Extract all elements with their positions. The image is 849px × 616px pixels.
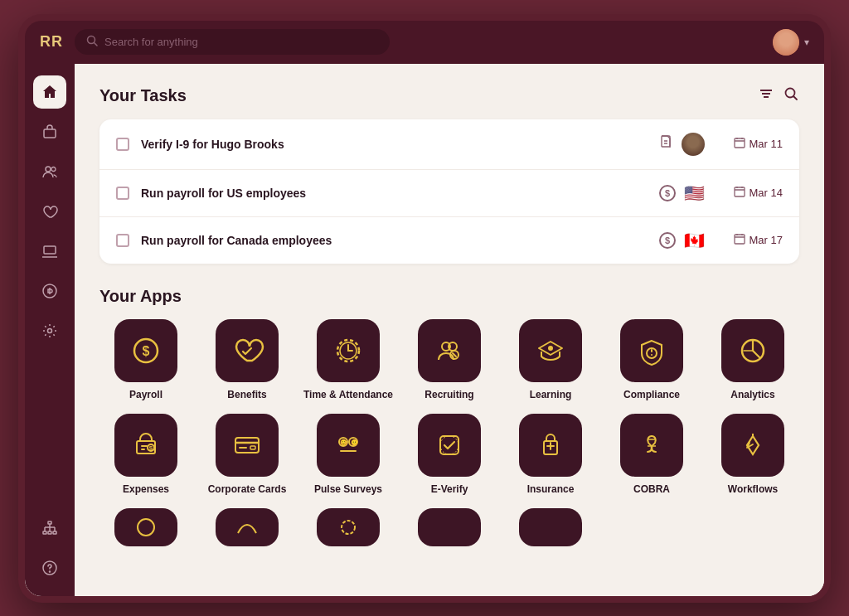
everify-icon	[418, 414, 481, 477]
svg-point-68	[440, 436, 458, 454]
task-meta-3: $ 🇨🇦	[659, 230, 705, 250]
tasks-search-button[interactable]	[783, 85, 799, 106]
app-expenses[interactable]: $ Expenses	[99, 414, 192, 495]
app-compliance[interactable]: Compliance	[605, 319, 698, 400]
app-insurance[interactable]: Insurance	[504, 414, 597, 495]
svg-point-22	[786, 88, 795, 97]
time-icon	[317, 319, 380, 382]
task-row: Run payroll for US employees $ 🇺🇸	[99, 170, 799, 217]
recruiting-label: Recruiting	[424, 389, 473, 400]
app-partial-5[interactable]	[504, 508, 597, 546]
apps-title: Your Apps	[99, 287, 182, 306]
search-bar-container[interactable]	[75, 29, 390, 55]
svg-rect-58	[235, 438, 259, 453]
app-surveys[interactable]: 😊 😐 Pulse Surveys	[302, 414, 395, 495]
app-benefits[interactable]: Benefits	[201, 319, 294, 400]
cobra-icon	[620, 414, 683, 477]
app-analytics[interactable]: Analytics	[706, 319, 799, 400]
task-date-2: Mar 14	[716, 186, 783, 200]
svg-point-73	[138, 519, 154, 536]
app-partial-2[interactable]	[201, 508, 294, 546]
workflows-icon	[721, 414, 784, 477]
svg-rect-35	[735, 235, 745, 244]
sidebar-item-people[interactable]	[33, 155, 66, 188]
app-partial-1[interactable]	[99, 508, 192, 546]
benefits-icon	[216, 319, 279, 382]
sidebar-item-dollar[interactable]	[33, 274, 66, 308]
task-checkbox-2[interactable]	[116, 187, 129, 200]
app-logo: RR	[40, 33, 63, 51]
insurance-label: Insurance	[527, 483, 575, 495]
task-label-2: Run payroll for US employees	[141, 187, 648, 200]
apps-header: Your Apps	[99, 287, 799, 306]
svg-rect-31	[735, 187, 745, 196]
tasks-header: Your Tasks	[99, 85, 799, 106]
svg-text:😐: 😐	[351, 439, 358, 446]
svg-line-1	[95, 43, 98, 46]
filter-button[interactable]	[758, 85, 774, 106]
chevron-down-icon[interactable]: ▾	[804, 36, 809, 48]
svg-rect-10	[48, 531, 51, 534]
sidebar-item-heart[interactable]	[33, 195, 66, 228]
task-label-1: Verify I-9 for Hugo Brooks	[141, 138, 648, 151]
calendar-icon	[734, 233, 745, 247]
search-icon	[86, 35, 98, 49]
app-cards[interactable]: Corporate Cards	[201, 414, 294, 495]
partial-icon-3	[317, 508, 380, 546]
sidebar	[25, 64, 75, 596]
sidebar-item-settings[interactable]	[33, 314, 66, 347]
svg-point-4	[51, 167, 56, 171]
app-everify[interactable]: E-Verify	[403, 414, 496, 495]
svg-text:$: $	[143, 344, 150, 358]
app-partial-3[interactable]	[302, 508, 395, 546]
learning-icon	[519, 319, 582, 382]
everify-label: E-Verify	[431, 483, 468, 495]
svg-point-7	[48, 328, 52, 332]
avatar[interactable]	[773, 29, 799, 56]
task-checkbox-1[interactable]	[116, 138, 129, 151]
app-payroll[interactable]: $ Payroll	[99, 319, 192, 400]
search-input[interactable]	[104, 36, 378, 48]
task-meta-2: $ 🇺🇸	[659, 183, 705, 203]
main-area: Your Tasks	[25, 64, 824, 596]
sidebar-item-laptop[interactable]	[33, 235, 66, 268]
svg-text:😊: 😊	[340, 439, 347, 446]
tasks-title: Your Tasks	[99, 86, 187, 105]
insurance-icon	[519, 414, 582, 477]
sidebar-item-orgchart[interactable]	[33, 512, 66, 545]
sidebar-item-jobs[interactable]	[33, 115, 66, 148]
dollar-circle-icon: $	[659, 232, 676, 249]
app-partial-4[interactable]	[403, 508, 496, 546]
partial-icon-1	[114, 508, 177, 546]
svg-rect-5	[44, 246, 56, 254]
task-row: Verify I-9 for Hugo Brooks	[99, 119, 799, 170]
payroll-label: Payroll	[129, 389, 163, 400]
svg-line-23	[794, 96, 798, 99]
task-date-3: Mar 17	[716, 233, 783, 247]
svg-rect-2	[44, 129, 56, 138]
partial-icon-5	[519, 508, 582, 546]
task-checkbox-3[interactable]	[116, 234, 129, 247]
app-workflows[interactable]: Workflows	[706, 414, 799, 495]
app-learning[interactable]: Learning	[504, 319, 597, 400]
workflows-label: Workflows	[728, 483, 778, 495]
tasks-header-icons	[758, 85, 799, 106]
task-meta-1	[660, 133, 705, 156]
app-recruiting[interactable]: Recruiting	[403, 319, 496, 400]
app-cobra[interactable]: COBRA	[605, 414, 698, 495]
svg-text:$: $	[149, 444, 153, 452]
sidebar-item-home[interactable]	[33, 75, 66, 109]
apps-grid-row1: $ Payroll Benefits	[99, 319, 799, 400]
svg-point-49	[548, 346, 553, 351]
svg-point-3	[46, 167, 51, 172]
analytics-label: Analytics	[730, 389, 774, 400]
task-label-3: Run payroll for Canada employees	[141, 234, 648, 247]
analytics-icon	[721, 319, 784, 382]
app-time[interactable]: Time & Attendance	[302, 319, 395, 400]
sidebar-item-help[interactable]	[33, 551, 66, 584]
svg-rect-27	[735, 138, 745, 148]
document-icon	[660, 135, 673, 153]
payroll-icon: $	[114, 319, 177, 382]
calendar-icon	[734, 137, 745, 151]
cobra-label: COBRA	[633, 483, 670, 495]
